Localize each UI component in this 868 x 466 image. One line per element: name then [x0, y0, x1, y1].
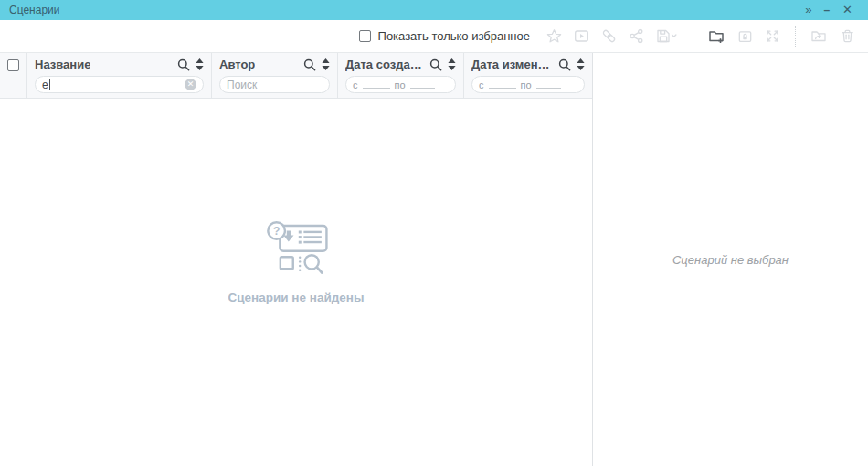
link-icon[interactable] — [601, 28, 617, 44]
scenario-details-panel: Сценарий не выбран — [592, 53, 868, 466]
empty-state-illustration: ? — [260, 221, 332, 276]
column-created-date-header[interactable]: Дата создания — [345, 53, 456, 76]
sort-icon[interactable] — [448, 58, 456, 70]
toolbar: Показать только избранное — [0, 20, 868, 53]
trash-icon[interactable] — [840, 28, 855, 44]
no-selection-message: Сценарий не выбран — [672, 253, 789, 267]
favorites-checkbox[interactable] — [359, 30, 371, 42]
export-folder-icon[interactable] — [810, 28, 828, 44]
star-icon[interactable] — [546, 28, 562, 44]
create-folder-icon[interactable] — [708, 28, 725, 44]
empty-state: ? Сценарии не найдены — [0, 79, 592, 446]
window-titlebar: Сценарии » – ✕ — [0, 0, 868, 20]
content-area: Название — [0, 53, 868, 466]
column-created-date-label: Дата создания — [345, 58, 424, 71]
column-author-label: Автор — [219, 58, 255, 71]
column-modified-date-header[interactable]: Дата изменен… — [471, 53, 585, 76]
column-name-header[interactable]: Название — [35, 53, 204, 76]
column-author-header[interactable]: Автор — [219, 53, 330, 76]
sort-icon[interactable] — [577, 58, 585, 70]
expand-icon[interactable] — [765, 28, 780, 44]
favorites-filter[interactable]: Показать только избранное — [359, 29, 530, 43]
window-minimize-button[interactable]: – — [817, 0, 836, 20]
window-more-button[interactable]: » — [799, 0, 817, 20]
search-icon[interactable] — [177, 58, 190, 71]
sort-icon[interactable] — [196, 58, 204, 70]
svg-text:?: ? — [273, 224, 280, 237]
search-icon[interactable] — [303, 58, 316, 71]
share-icon[interactable] — [629, 28, 644, 44]
lock-box-icon[interactable] — [737, 28, 753, 44]
search-icon[interactable] — [558, 58, 571, 71]
column-modified-date-label: Дата изменен… — [471, 58, 553, 71]
toolbar-divider — [693, 26, 693, 47]
scenarios-list-pane: Название — [0, 53, 592, 466]
toolbar-icons — [546, 26, 855, 47]
save-icon[interactable] — [656, 28, 678, 44]
favorites-label: Показать только избранное — [378, 29, 530, 43]
app-window: Сценарии » – ✕ Показать только избранное — [0, 0, 868, 466]
select-all-checkbox[interactable] — [7, 59, 19, 71]
run-icon[interactable] — [574, 28, 589, 44]
column-name-label: Название — [35, 58, 90, 71]
window-close-button[interactable]: ✕ — [836, 0, 859, 20]
window-title: Сценарии — [9, 4, 59, 16]
empty-state-message: Сценарии не найдены — [228, 291, 365, 304]
search-icon[interactable] — [429, 58, 442, 71]
toolbar-divider — [795, 26, 796, 47]
sort-icon[interactable] — [322, 58, 330, 70]
